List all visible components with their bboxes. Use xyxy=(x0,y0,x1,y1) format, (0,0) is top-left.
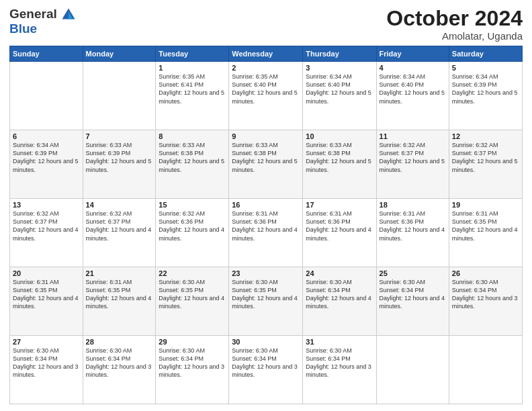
day-info: Sunrise: 6:31 AM Sunset: 6:36 PM Dayligh… xyxy=(232,210,300,242)
day-number: 26 xyxy=(452,269,519,277)
day-info: Sunrise: 6:31 AM Sunset: 6:35 PM Dayligh… xyxy=(13,278,80,311)
day-info: Sunrise: 6:30 AM Sunset: 6:34 PM Dayligh… xyxy=(380,278,446,311)
day-number: 14 xyxy=(86,201,153,209)
day-info: Sunrise: 6:30 AM Sunset: 6:34 PM Dayligh… xyxy=(86,347,153,379)
location-title: Amolatar, Uganda xyxy=(386,30,523,42)
day-number: 18 xyxy=(380,201,446,209)
day-number: 4 xyxy=(380,64,446,72)
day-info: Sunrise: 6:31 AM Sunset: 6:35 PM Dayligh… xyxy=(452,210,519,242)
day-number: 16 xyxy=(232,201,300,209)
calendar-cell: 5Sunrise: 6:34 AM Sunset: 6:39 PM Daylig… xyxy=(449,62,522,130)
day-number: 30 xyxy=(232,338,300,346)
calendar-cell: 8Sunrise: 6:33 AM Sunset: 6:38 PM Daylig… xyxy=(156,130,229,199)
day-info: Sunrise: 6:34 AM Sunset: 6:40 PM Dayligh… xyxy=(380,73,446,105)
month-title: October 2024 xyxy=(386,7,523,30)
calendar-header-row: Sunday Monday Tuesday Wednesday Thursday… xyxy=(10,46,523,62)
title-block: October 2024 Amolatar, Uganda xyxy=(386,7,523,42)
day-number: 15 xyxy=(159,201,226,209)
day-number: 22 xyxy=(159,269,226,277)
col-sunday: Sunday xyxy=(10,46,83,62)
calendar-cell: 30Sunrise: 6:30 AM Sunset: 6:34 PM Dayli… xyxy=(229,336,303,404)
day-info: Sunrise: 6:33 AM Sunset: 6:38 PM Dayligh… xyxy=(306,141,373,174)
day-info: Sunrise: 6:33 AM Sunset: 6:38 PM Dayligh… xyxy=(159,141,226,174)
calendar-cell xyxy=(83,62,156,130)
calendar-table: Sunday Monday Tuesday Wednesday Thursday… xyxy=(9,46,523,404)
day-number: 10 xyxy=(306,132,373,140)
day-info: Sunrise: 6:30 AM Sunset: 6:34 PM Dayligh… xyxy=(159,347,226,379)
col-thursday: Thursday xyxy=(303,46,376,62)
header: General Blue October 2024 Amolatar, Ugan… xyxy=(9,7,523,42)
calendar-cell: 16Sunrise: 6:31 AM Sunset: 6:36 PM Dayli… xyxy=(229,199,303,267)
day-info: Sunrise: 6:33 AM Sunset: 6:38 PM Dayligh… xyxy=(232,141,300,174)
calendar-cell: 22Sunrise: 6:30 AM Sunset: 6:35 PM Dayli… xyxy=(156,267,229,336)
calendar-cell: 4Sunrise: 6:34 AM Sunset: 6:40 PM Daylig… xyxy=(376,62,449,130)
day-number: 23 xyxy=(232,269,300,277)
logo-blue: Blue xyxy=(9,22,76,35)
day-number: 3 xyxy=(306,64,373,72)
day-number: 19 xyxy=(452,201,519,209)
day-number: 12 xyxy=(452,132,519,140)
calendar-week-2: 13Sunrise: 6:32 AM Sunset: 6:37 PM Dayli… xyxy=(10,199,523,267)
day-number: 7 xyxy=(86,132,153,140)
day-info: Sunrise: 6:30 AM Sunset: 6:34 PM Dayligh… xyxy=(306,347,373,379)
day-info: Sunrise: 6:34 AM Sunset: 6:40 PM Dayligh… xyxy=(306,73,373,105)
calendar-cell xyxy=(10,62,83,130)
logo: General Blue xyxy=(9,7,76,35)
calendar-cell: 31Sunrise: 6:30 AM Sunset: 6:34 PM Dayli… xyxy=(303,336,376,404)
calendar-cell: 14Sunrise: 6:32 AM Sunset: 6:37 PM Dayli… xyxy=(83,199,156,267)
day-number: 27 xyxy=(13,338,80,346)
calendar-cell: 13Sunrise: 6:32 AM Sunset: 6:37 PM Dayli… xyxy=(10,199,83,267)
day-number: 9 xyxy=(232,132,300,140)
day-info: Sunrise: 6:32 AM Sunset: 6:37 PM Dayligh… xyxy=(380,141,446,174)
calendar-cell: 19Sunrise: 6:31 AM Sunset: 6:35 PM Dayli… xyxy=(449,199,522,267)
day-number: 25 xyxy=(380,269,446,277)
calendar-cell: 17Sunrise: 6:31 AM Sunset: 6:36 PM Dayli… xyxy=(303,199,376,267)
logo-icon xyxy=(61,7,76,22)
calendar-cell: 26Sunrise: 6:30 AM Sunset: 6:34 PM Dayli… xyxy=(449,267,522,336)
day-number: 8 xyxy=(159,132,226,140)
day-number: 2 xyxy=(232,64,300,72)
col-wednesday: Wednesday xyxy=(229,46,303,62)
calendar-cell: 2Sunrise: 6:35 AM Sunset: 6:40 PM Daylig… xyxy=(229,62,303,130)
col-saturday: Saturday xyxy=(449,46,522,62)
day-info: Sunrise: 6:33 AM Sunset: 6:39 PM Dayligh… xyxy=(86,141,153,174)
day-info: Sunrise: 6:31 AM Sunset: 6:35 PM Dayligh… xyxy=(86,278,153,311)
day-number: 6 xyxy=(13,132,80,140)
day-number: 24 xyxy=(306,269,373,277)
day-info: Sunrise: 6:32 AM Sunset: 6:37 PM Dayligh… xyxy=(13,210,80,242)
day-info: Sunrise: 6:30 AM Sunset: 6:34 PM Dayligh… xyxy=(13,347,80,379)
calendar-cell xyxy=(449,336,522,404)
page: General Blue October 2024 Amolatar, Ugan… xyxy=(0,0,532,411)
calendar-cell: 11Sunrise: 6:32 AM Sunset: 6:37 PM Dayli… xyxy=(376,130,449,199)
day-info: Sunrise: 6:34 AM Sunset: 6:39 PM Dayligh… xyxy=(13,141,80,174)
calendar-cell: 3Sunrise: 6:34 AM Sunset: 6:40 PM Daylig… xyxy=(303,62,376,130)
day-info: Sunrise: 6:30 AM Sunset: 6:34 PM Dayligh… xyxy=(306,278,373,311)
day-number: 1 xyxy=(159,64,226,72)
calendar-cell: 25Sunrise: 6:30 AM Sunset: 6:34 PM Dayli… xyxy=(376,267,449,336)
calendar-cell: 28Sunrise: 6:30 AM Sunset: 6:34 PM Dayli… xyxy=(83,336,156,404)
day-number: 31 xyxy=(306,338,373,346)
calendar-week-1: 6Sunrise: 6:34 AM Sunset: 6:39 PM Daylig… xyxy=(10,130,523,199)
calendar-cell: 21Sunrise: 6:31 AM Sunset: 6:35 PM Dayli… xyxy=(83,267,156,336)
calendar-cell: 24Sunrise: 6:30 AM Sunset: 6:34 PM Dayli… xyxy=(303,267,376,336)
day-info: Sunrise: 6:35 AM Sunset: 6:40 PM Dayligh… xyxy=(232,73,300,105)
calendar-cell: 7Sunrise: 6:33 AM Sunset: 6:39 PM Daylig… xyxy=(83,130,156,199)
day-info: Sunrise: 6:30 AM Sunset: 6:35 PM Dayligh… xyxy=(159,278,226,311)
calendar-week-3: 20Sunrise: 6:31 AM Sunset: 6:35 PM Dayli… xyxy=(10,267,523,336)
day-info: Sunrise: 6:31 AM Sunset: 6:36 PM Dayligh… xyxy=(380,210,446,242)
calendar-cell: 10Sunrise: 6:33 AM Sunset: 6:38 PM Dayli… xyxy=(303,130,376,199)
calendar-cell: 29Sunrise: 6:30 AM Sunset: 6:34 PM Dayli… xyxy=(156,336,229,404)
calendar-cell: 23Sunrise: 6:30 AM Sunset: 6:35 PM Dayli… xyxy=(229,267,303,336)
day-number: 13 xyxy=(13,201,80,209)
day-info: Sunrise: 6:30 AM Sunset: 6:35 PM Dayligh… xyxy=(232,278,300,311)
day-info: Sunrise: 6:32 AM Sunset: 6:36 PM Dayligh… xyxy=(159,210,226,242)
calendar-cell: 15Sunrise: 6:32 AM Sunset: 6:36 PM Dayli… xyxy=(156,199,229,267)
day-number: 20 xyxy=(13,269,80,277)
calendar-cell: 18Sunrise: 6:31 AM Sunset: 6:36 PM Dayli… xyxy=(376,199,449,267)
day-number: 21 xyxy=(86,269,153,277)
calendar-cell: 9Sunrise: 6:33 AM Sunset: 6:38 PM Daylig… xyxy=(229,130,303,199)
calendar-cell: 12Sunrise: 6:32 AM Sunset: 6:37 PM Dayli… xyxy=(449,130,522,199)
day-number: 29 xyxy=(159,338,226,346)
day-number: 17 xyxy=(306,201,373,209)
day-number: 11 xyxy=(380,132,446,140)
